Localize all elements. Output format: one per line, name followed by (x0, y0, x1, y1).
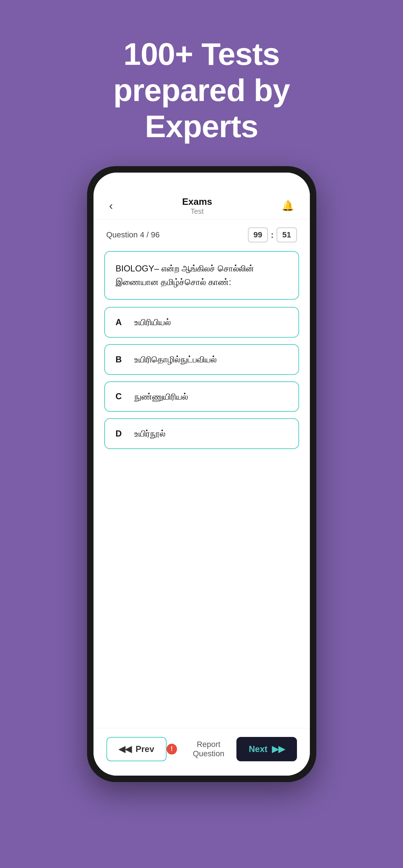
question-meta-bar: Question 4 / 96 99 : 51 (93, 220, 310, 247)
question-card: BIOLOGY– என்ற ஆங்கிலச் சொல்லின் இணையான த… (104, 251, 299, 300)
app-header: ‹ Exams Test 🔔 (93, 191, 310, 220)
question-text: BIOLOGY– என்ற ஆங்கிலச் சொல்லின் இணையான த… (116, 262, 288, 289)
option-d-label: D (116, 429, 126, 439)
option-a-label: A (116, 317, 126, 327)
prev-label: Prev (136, 744, 154, 754)
hero-line2: prepared by (113, 72, 290, 108)
hero-line1: 100+ Tests (123, 36, 279, 72)
option-c-label: C (116, 391, 126, 401)
option-a-card[interactable]: A உயிரியியல் (104, 307, 299, 338)
phone-mockup: ‹ Exams Test 🔔 Question 4 / 96 99 : 51 B… (87, 166, 316, 782)
status-bar (93, 173, 310, 191)
phone-screen: ‹ Exams Test 🔔 Question 4 / 96 99 : 51 B… (93, 173, 310, 776)
timer-minutes: 99 (248, 227, 268, 242)
bottom-navigation: ◀◀ Prev ! Report Question Next ▶▶ (93, 728, 310, 776)
report-icon: ! (167, 744, 177, 754)
prev-button[interactable]: ◀◀ Prev (106, 737, 167, 761)
app-title: Exams (182, 196, 212, 207)
option-d-card[interactable]: D உயிர்நூல் (104, 418, 299, 449)
next-label: Next (249, 744, 267, 754)
option-c-text: நுண்ணுயிரியல் (134, 391, 188, 403)
next-button[interactable]: Next ▶▶ (236, 737, 297, 761)
timer-colon: : (271, 230, 274, 240)
question-content-area: BIOLOGY– என்ற ஆங்கிலச் சொல்லின் இணையான த… (93, 247, 310, 728)
notification-bell-icon[interactable]: 🔔 (279, 197, 297, 214)
hero-section: 100+ Tests prepared by Experts (92, 36, 311, 145)
report-label: Report Question (181, 740, 237, 758)
prev-icon: ◀◀ (119, 744, 131, 754)
report-question-button[interactable]: ! Report Question (167, 740, 237, 758)
hero-line3: Experts (145, 108, 258, 144)
timer-display: 99 : 51 (248, 227, 297, 242)
option-a-text: உயிரியியல் (134, 316, 171, 328)
option-b-text: உயிரிதொழில்நுட்பவியல் (134, 353, 217, 366)
timer-seconds: 51 (277, 227, 297, 242)
header-title-group: Exams Test (182, 196, 212, 216)
question-counter: Question 4 / 96 (106, 230, 160, 240)
option-b-label: B (116, 355, 126, 365)
next-icon: ▶▶ (272, 744, 285, 754)
option-d-text: உயிர்நூல் (134, 428, 165, 440)
app-subtitle: Test (182, 207, 212, 216)
option-b-card[interactable]: B உயிரிதொழில்நுட்பவியல் (104, 344, 299, 375)
option-c-card[interactable]: C நுண்ணுயிரியல் (104, 381, 299, 412)
back-button[interactable]: ‹ (106, 196, 116, 215)
